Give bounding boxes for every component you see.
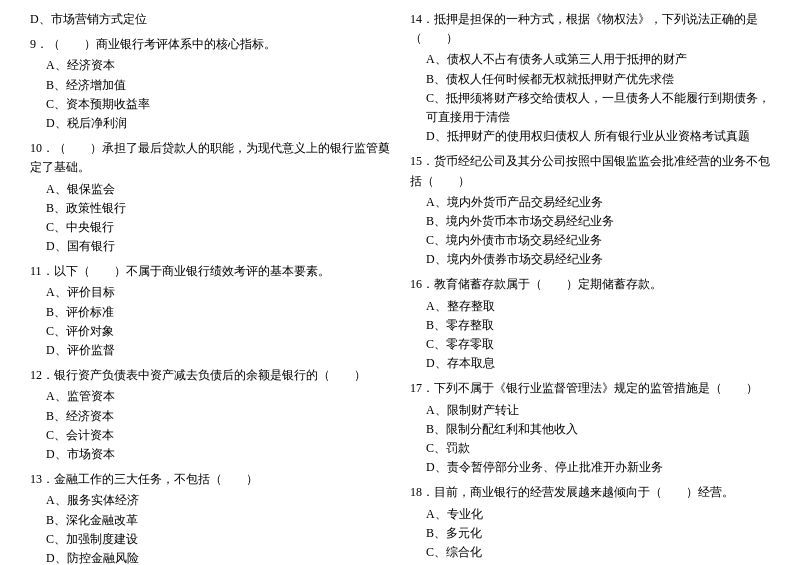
- question-option: C、罚款: [410, 439, 770, 458]
- question-option: C、综合化: [410, 543, 770, 562]
- question-block: D、市场营销方式定位: [30, 10, 390, 29]
- question-option: A、境内外货币产品交易经纪业务: [410, 193, 770, 212]
- question-stem: 15．货币经纪公司及其分公司按照中国银监监会批准经营的业务不包括（ ）: [410, 152, 770, 190]
- question-option: B、债权人任何时候都无权就抵押财产优先求偿: [410, 70, 770, 89]
- question-option: D、评价监督: [30, 341, 390, 360]
- question-block: 16．教育储蓄存款属于（ ）定期储蓄存款。A、整存整取B、零存整取C、零存零取D…: [410, 275, 770, 373]
- question-option: C、评价对象: [30, 322, 390, 341]
- question-option: A、债权人不占有债务人或第三人用于抵押的财产: [410, 50, 770, 69]
- page-content: D、市场营销方式定位9．（ ）商业银行考评体系中的核心指标。A、经济资本B、经济…: [30, 10, 770, 565]
- question-block: 9．（ ）商业银行考评体系中的核心指标。A、经济资本B、经济增加值C、资本预期收…: [30, 35, 390, 133]
- question-option: B、政策性银行: [30, 199, 390, 218]
- question-option: D、市场资本: [30, 445, 390, 464]
- question-option: B、零存整取: [410, 316, 770, 335]
- question-option: A、监管资本: [30, 387, 390, 406]
- question-stem: 16．教育储蓄存款属于（ ）定期储蓄存款。: [410, 275, 770, 294]
- question-option: A、经济资本: [30, 56, 390, 75]
- question-option: A、评价目标: [30, 283, 390, 302]
- question-stem: 12．银行资产负债表中资产减去负债后的余额是银行的（ ）: [30, 366, 390, 385]
- question-block: 11．以下（ ）不属于商业银行绩效考评的基本要素。A、评价目标B、评价标准C、评…: [30, 262, 390, 360]
- question-stem: 9．（ ）商业银行考评体系中的核心指标。: [30, 35, 390, 54]
- question-block: 12．银行资产负债表中资产减去负债后的余额是银行的（ ）A、监管资本B、经济资本…: [30, 366, 390, 464]
- question-block: 14．抵押是担保的一种方式，根据《物权法》，下列说法正确的是（ ）A、债权人不占…: [410, 10, 770, 146]
- question-stem: 11．以下（ ）不属于商业银行绩效考评的基本要素。: [30, 262, 390, 281]
- question-block: 10．（ ）承担了最后贷款人的职能，为现代意义上的银行监管奠定了基础。A、银保监…: [30, 139, 390, 256]
- question-option: C、加强制度建设: [30, 530, 390, 549]
- question-stem: 17．下列不属于《银行业监督管理法》规定的监管措施是（ ）: [410, 379, 770, 398]
- question-stem: 18．目前，商业银行的经营发展越来越倾向于（ ）经营。: [410, 483, 770, 502]
- question-option: A、专业化: [410, 505, 770, 524]
- question-block: 15．货币经纪公司及其分公司按照中国银监监会批准经营的业务不包括（ ）A、境内外…: [410, 152, 770, 269]
- question-option: D、税后净利润: [30, 114, 390, 133]
- question-option: C、境内外债市市场交易经纪业务: [410, 231, 770, 250]
- question-option: C、会计资本: [30, 426, 390, 445]
- question-option: A、银保监会: [30, 180, 390, 199]
- question-option: B、多元化: [410, 524, 770, 543]
- question-option: C、抵押须将财产移交给债权人，一旦债务人不能履行到期债务，可直接用于清偿: [410, 89, 770, 127]
- left-column: D、市场营销方式定位9．（ ）商业银行考评体系中的核心指标。A、经济资本B、经济…: [30, 10, 390, 565]
- question-stem: 13．金融工作的三大任务，不包括（ ）: [30, 470, 390, 489]
- question-option: B、经济资本: [30, 407, 390, 426]
- question-option: D、责令暂停部分业务、停止批准开办新业务: [410, 458, 770, 477]
- right-column: 14．抵押是担保的一种方式，根据《物权法》，下列说法正确的是（ ）A、债权人不占…: [410, 10, 770, 565]
- question-option: B、经济增加值: [30, 76, 390, 95]
- question-option: A、服务实体经济: [30, 491, 390, 510]
- question-option: C、零存零取: [410, 335, 770, 354]
- question-option: B、境内外货币本市场交易经纪业务: [410, 212, 770, 231]
- question-block: 17．下列不属于《银行业监督管理法》规定的监管措施是（ ）A、限制财产转让B、限…: [410, 379, 770, 477]
- question-block: 13．金融工作的三大任务，不包括（ ）A、服务实体经济B、深化金融改革C、加强制…: [30, 470, 390, 565]
- question-option: D、防控金融风险: [30, 549, 390, 565]
- question-option: B、深化金融改革: [30, 511, 390, 530]
- question-stem: 14．抵押是担保的一种方式，根据《物权法》，下列说法正确的是（ ）: [410, 10, 770, 48]
- question-option: A、整存整取: [410, 297, 770, 316]
- question-option: D、境内外债券市场交易经纪业务: [410, 250, 770, 269]
- question-option: D、存本取息: [410, 354, 770, 373]
- question-option: D、抵押财产的使用权归债权人 所有银行业从业资格考试真题: [410, 127, 770, 146]
- question-option: B、限制分配红利和其他收入: [410, 420, 770, 439]
- question-option: D、国有银行: [30, 237, 390, 256]
- question-option: A、限制财产转让: [410, 401, 770, 420]
- question-option: C、中央银行: [30, 218, 390, 237]
- question-option: B、评价标准: [30, 303, 390, 322]
- question-stem: D、市场营销方式定位: [30, 10, 390, 29]
- question-block: 18．目前，商业银行的经营发展越来越倾向于（ ）经营。A、专业化B、多元化C、综…: [410, 483, 770, 565]
- question-option: C、资本预期收益率: [30, 95, 390, 114]
- question-stem: 10．（ ）承担了最后贷款人的职能，为现代意义上的银行监管奠定了基础。: [30, 139, 390, 177]
